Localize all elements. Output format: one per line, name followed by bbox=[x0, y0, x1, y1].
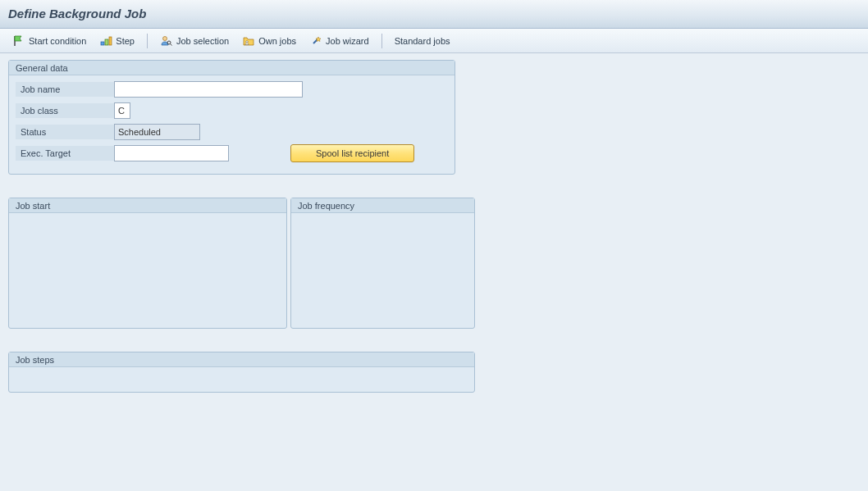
page-title: Define Background Job bbox=[8, 7, 146, 20]
exec-target-input[interactable] bbox=[114, 145, 229, 161]
exec-target-row: Exec. Target Spool list recipient bbox=[16, 144, 448, 162]
step-label: Step bbox=[116, 36, 135, 46]
job-start-body bbox=[9, 213, 286, 328]
job-frequency-body bbox=[291, 213, 474, 328]
start-condition-label: Start condition bbox=[29, 36, 86, 46]
svg-rect-0 bbox=[101, 42, 104, 45]
toolbar: Start condition Step Job selection Own j… bbox=[0, 29, 868, 53]
job-class-row: Job class bbox=[16, 102, 448, 120]
wizard-icon bbox=[309, 34, 322, 48]
job-steps-title: Job steps bbox=[9, 352, 474, 367]
standard-jobs-button[interactable]: Standard jobs bbox=[389, 33, 456, 49]
toolbar-separator bbox=[147, 34, 148, 48]
flag-icon bbox=[12, 34, 25, 48]
start-condition-button[interactable]: Start condition bbox=[7, 31, 92, 51]
own-jobs-button[interactable]: Own jobs bbox=[236, 31, 302, 51]
job-name-row: Job name bbox=[16, 80, 448, 98]
job-class-label: Job class bbox=[16, 103, 114, 118]
step-button[interactable]: Step bbox=[94, 31, 140, 51]
job-steps-body bbox=[9, 367, 474, 392]
svg-rect-2 bbox=[109, 37, 112, 45]
status-field bbox=[114, 124, 200, 140]
person-search-icon bbox=[160, 34, 173, 48]
status-label: Status bbox=[16, 125, 114, 139]
job-class-input[interactable] bbox=[114, 102, 130, 119]
job-start-title: Job start bbox=[9, 198, 286, 213]
general-data-title: General data bbox=[9, 61, 455, 75]
standard-jobs-label: Standard jobs bbox=[395, 36, 450, 46]
job-frequency-title: Job frequency bbox=[291, 198, 474, 213]
general-data-body: Job name Job class Status Exec. Target S… bbox=[9, 75, 455, 174]
status-row: Status bbox=[16, 123, 448, 141]
svg-rect-1 bbox=[105, 39, 108, 45]
job-frequency-panel: Job frequency bbox=[290, 198, 475, 329]
job-start-panel: Job start bbox=[8, 198, 287, 329]
svg-line-5 bbox=[170, 43, 171, 45]
toolbar-separator-2 bbox=[381, 34, 382, 48]
job-wizard-label: Job wizard bbox=[326, 36, 369, 46]
job-name-input[interactable] bbox=[114, 81, 303, 98]
svg-point-4 bbox=[167, 41, 171, 44]
step-icon bbox=[99, 34, 112, 48]
own-jobs-label: Own jobs bbox=[258, 36, 296, 46]
exec-target-label: Exec. Target bbox=[16, 146, 114, 161]
job-name-label: Job name bbox=[16, 82, 114, 97]
job-steps-panel: Job steps bbox=[8, 352, 475, 393]
job-selection-label: Job selection bbox=[176, 36, 229, 46]
job-wizard-button[interactable]: Job wizard bbox=[304, 31, 375, 51]
folder-person-icon bbox=[242, 34, 255, 48]
content-area: General data Job name Job class Status E… bbox=[0, 53, 868, 422]
general-data-panel: General data Job name Job class Status E… bbox=[8, 60, 455, 175]
start-frequency-row: Job start Job frequency bbox=[8, 198, 860, 329]
job-selection-button[interactable]: Job selection bbox=[154, 31, 235, 51]
svg-point-6 bbox=[246, 40, 249, 43]
svg-point-3 bbox=[162, 36, 167, 40]
title-bar: Define Background Job bbox=[0, 0, 868, 29]
spool-list-recipient-button[interactable]: Spool list recipient bbox=[290, 144, 414, 162]
